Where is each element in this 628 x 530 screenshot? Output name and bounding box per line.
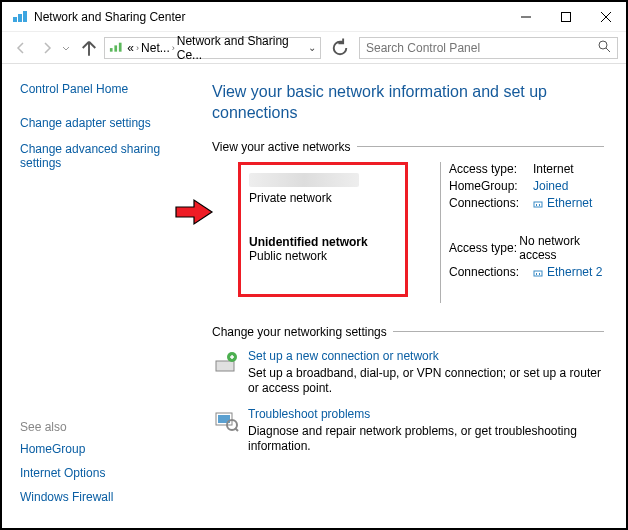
- network-details-1: Access type:Internet HomeGroup:Joined Co…: [449, 162, 604, 210]
- sidebar-link-advanced[interactable]: Change advanced sharing settings: [20, 142, 192, 170]
- page-heading: View your basic network information and …: [212, 82, 604, 124]
- back-button[interactable]: [10, 37, 32, 59]
- breadcrumb-item-2[interactable]: Network and Sharing Ce...: [176, 34, 304, 62]
- new-connection-icon: [212, 349, 240, 377]
- connections-label: Connections:: [449, 196, 533, 210]
- change-settings-header: Change your networking settings: [212, 325, 604, 339]
- connection-link[interactable]: Ethernet: [547, 196, 592, 210]
- troubleshoot-desc: Diagnose and repair network problems, or…: [248, 424, 604, 455]
- svg-rect-15: [534, 271, 542, 276]
- connections-label: Connections:: [449, 265, 533, 279]
- sidebar-link-adapter[interactable]: Change adapter settings: [20, 116, 192, 130]
- setup-connection-desc: Set up a broadband, dial-up, or VPN conn…: [248, 366, 604, 397]
- svg-rect-4: [562, 12, 571, 21]
- access-type-value: No network access: [519, 234, 604, 262]
- svg-rect-1: [18, 14, 22, 22]
- svg-rect-18: [216, 361, 234, 371]
- see-also-internet-options[interactable]: Internet Options: [20, 466, 192, 480]
- toolbar: « › Net... › Network and Sharing Ce... ⌄: [2, 32, 626, 64]
- svg-rect-0: [13, 17, 17, 22]
- network-type: Private network: [249, 191, 399, 205]
- divider: [393, 331, 604, 332]
- svg-rect-7: [110, 48, 113, 52]
- recent-dropdown[interactable]: [62, 41, 74, 55]
- troubleshoot-icon: [212, 407, 240, 435]
- divider: [357, 146, 604, 147]
- search-icon: [598, 40, 611, 56]
- svg-line-11: [606, 48, 610, 52]
- connection-link[interactable]: Ethernet 2: [547, 265, 602, 279]
- refresh-button[interactable]: [329, 37, 351, 59]
- troubleshoot-link[interactable]: Troubleshoot problems: [248, 407, 370, 421]
- svg-rect-8: [114, 45, 117, 51]
- homegroup-label: HomeGroup:: [449, 179, 533, 193]
- app-icon: [12, 9, 28, 25]
- window-title: Network and Sharing Center: [34, 10, 506, 24]
- up-button[interactable]: [78, 37, 100, 59]
- annotation-arrow-icon: [174, 197, 214, 230]
- control-panel-home-link[interactable]: Control Panel Home: [20, 82, 192, 96]
- setting-new-connection: Set up a new connection or network Set u…: [212, 349, 604, 397]
- access-type-value: Internet: [533, 162, 574, 176]
- svg-rect-12: [534, 202, 542, 207]
- active-networks-box: Private network Unidentified network Pub…: [238, 162, 408, 297]
- see-also-firewall[interactable]: Windows Firewall: [20, 490, 192, 504]
- network-item-2[interactable]: Unidentified network Public network: [249, 235, 399, 263]
- access-type-label: Access type:: [449, 162, 533, 176]
- svg-point-10: [599, 41, 607, 49]
- see-also-section: See also HomeGroup Internet Options Wind…: [20, 420, 192, 514]
- breadcrumb-root[interactable]: «: [126, 41, 135, 55]
- setting-troubleshoot: Troubleshoot problems Diagnose and repai…: [212, 407, 604, 455]
- address-bar[interactable]: « › Net... › Network and Sharing Ce... ⌄: [104, 37, 321, 59]
- svg-rect-14: [539, 204, 540, 206]
- active-networks-label: View your active networks: [212, 140, 351, 154]
- svg-line-23: [235, 428, 238, 431]
- window-titlebar: Network and Sharing Center: [2, 2, 626, 32]
- svg-rect-13: [536, 204, 537, 206]
- network-type: Public network: [249, 249, 399, 263]
- setup-connection-link[interactable]: Set up a new connection or network: [248, 349, 439, 363]
- svg-rect-16: [536, 273, 537, 275]
- network-item-1[interactable]: Private network: [249, 173, 399, 205]
- search-input[interactable]: [366, 41, 598, 55]
- breadcrumb-item-1[interactable]: Net...: [140, 41, 171, 55]
- access-type-label: Access type:: [449, 241, 519, 255]
- ethernet-icon: [533, 198, 543, 208]
- network-details-2: Access type:No network access Connection…: [449, 234, 604, 279]
- window-controls: [506, 3, 626, 31]
- network-title: Unidentified network: [249, 235, 399, 249]
- svg-rect-2: [23, 11, 27, 22]
- maximize-button[interactable]: [546, 3, 586, 31]
- see-also-header: See also: [20, 420, 192, 434]
- network-name-redacted: [249, 173, 359, 187]
- change-settings-label: Change your networking settings: [212, 325, 387, 339]
- close-button[interactable]: [586, 3, 626, 31]
- homegroup-link[interactable]: Joined: [533, 179, 568, 193]
- search-box[interactable]: [359, 37, 618, 59]
- main-content: View your basic network information and …: [202, 64, 626, 526]
- svg-rect-17: [539, 273, 540, 275]
- address-dropdown[interactable]: ⌄: [304, 42, 320, 53]
- ethernet-icon: [533, 267, 543, 277]
- forward-button[interactable]: [36, 37, 58, 59]
- svg-rect-9: [119, 42, 122, 51]
- network-details: Access type:Internet HomeGroup:Joined Co…: [440, 162, 604, 303]
- address-icon: [109, 40, 123, 56]
- see-also-homegroup[interactable]: HomeGroup: [20, 442, 192, 456]
- active-networks-header: View your active networks: [212, 140, 604, 154]
- minimize-button[interactable]: [506, 3, 546, 31]
- sidebar: Control Panel Home Change adapter settin…: [2, 64, 202, 526]
